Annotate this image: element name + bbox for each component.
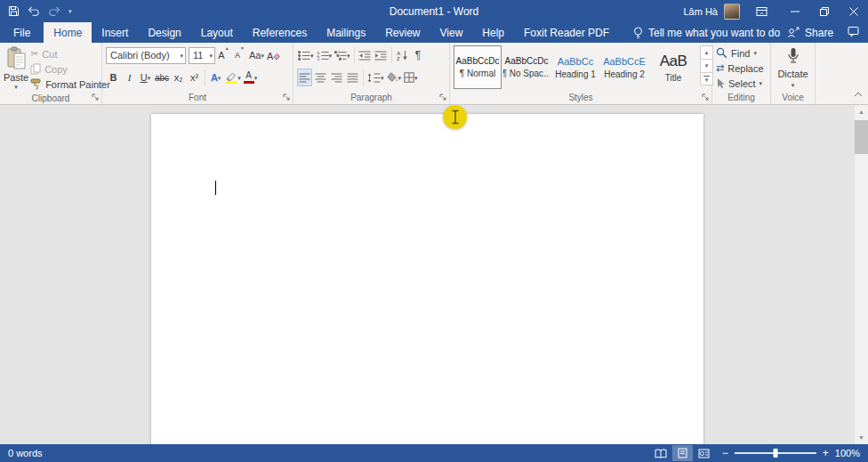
undo-icon xyxy=(28,6,40,17)
minimize-button[interactable] xyxy=(780,0,809,22)
tab-home[interactable]: Home xyxy=(44,22,92,43)
styles-scroll-down-button[interactable]: ▼ xyxy=(700,59,713,72)
shrink-font-button[interactable]: A▼ xyxy=(232,46,247,64)
share-button[interactable]: Share xyxy=(787,27,833,39)
align-right-button[interactable] xyxy=(329,69,344,86)
tab-foxit-reader-pdf[interactable]: Foxit Reader PDF xyxy=(514,22,619,43)
restore-button[interactable] xyxy=(809,0,839,22)
word-count[interactable]: 0 words xyxy=(0,448,43,458)
comments-icon xyxy=(848,26,859,37)
dropdown-arrow: ▾ xyxy=(310,53,314,59)
title-bar: ▾ Document1 - Word Lâm Hà xyxy=(0,0,868,22)
zoom-slider-thumb[interactable] xyxy=(773,449,777,458)
tab-file[interactable]: File xyxy=(0,22,44,43)
ribbon-display-options-button[interactable] xyxy=(748,0,775,22)
styles-more-button[interactable]: ▼ xyxy=(700,72,713,85)
undo-button[interactable] xyxy=(28,3,40,20)
shading-button[interactable]: ▾ xyxy=(386,69,403,86)
scrollbar-thumb[interactable] xyxy=(855,120,868,154)
style-card-heading-2[interactable]: AaBbCcE Heading 2 xyxy=(600,45,648,89)
increase-indent-button[interactable] xyxy=(374,46,389,64)
replace-button[interactable]: ⇄ Replace xyxy=(716,61,764,76)
account-button[interactable]: Lâm Hà xyxy=(683,4,740,20)
select-button[interactable]: Select ▾ xyxy=(716,76,764,91)
tab-insert[interactable]: Insert xyxy=(92,22,138,43)
tell-me-box[interactable]: Tell me what you want to do xyxy=(626,22,787,43)
tab-help[interactable]: Help xyxy=(472,22,514,43)
tab-references[interactable]: References xyxy=(243,22,317,43)
style-card-normal[interactable]: AaBbCcDc ¶ Normal xyxy=(454,45,502,89)
document-canvas[interactable] xyxy=(0,105,854,444)
justify-button[interactable] xyxy=(345,69,360,86)
voice-group: Dictate ▾ Voice xyxy=(771,43,816,104)
superscript-button[interactable]: x² xyxy=(187,69,202,86)
cut-button[interactable]: ✂ Cut xyxy=(28,46,112,61)
tab-design[interactable]: Design xyxy=(138,22,190,43)
web-layout-button[interactable] xyxy=(694,445,714,461)
outdent-icon xyxy=(358,51,371,61)
text-effects-button[interactable]: A▾ xyxy=(208,69,223,86)
underline-button[interactable]: U▾ xyxy=(138,69,153,86)
tab-view[interactable]: View xyxy=(430,22,473,43)
styles-scroll-up-button[interactable]: ▲ xyxy=(700,45,713,59)
scroll-down-button[interactable]: ▼ xyxy=(855,431,868,444)
print-layout-button[interactable] xyxy=(672,445,693,461)
dropdown-arrow: ▾ xyxy=(760,80,763,86)
subscript-button[interactable]: x₂ xyxy=(171,69,186,86)
font-size-combo[interactable]: 11 ▾ xyxy=(189,47,215,64)
change-case-button[interactable]: Aa▾ xyxy=(248,46,265,64)
customize-qat-button[interactable]: ▾ xyxy=(68,3,72,20)
tab-mailings[interactable]: Mailings xyxy=(317,22,375,43)
clipboard-dialog-launcher[interactable] xyxy=(92,93,100,101)
tab-review[interactable]: Review xyxy=(375,22,430,43)
dictate-button[interactable]: Dictate ▾ xyxy=(775,45,811,90)
close-button[interactable] xyxy=(839,0,868,22)
collapse-ribbon-button[interactable] xyxy=(854,85,863,101)
sort-button[interactable]: AZ xyxy=(395,46,410,64)
line-spacing-button[interactable]: ▾ xyxy=(366,69,385,86)
numbering-button[interactable]: 1.2.3. ▾ xyxy=(316,46,334,64)
italic-button[interactable]: I xyxy=(122,69,137,86)
clipboard-group-label: Clipboard xyxy=(32,93,70,103)
text-highlight-button[interactable]: ▾ xyxy=(224,69,242,86)
zoom-out-button[interactable]: − xyxy=(722,448,728,458)
vertical-scrollbar[interactable]: ▲ ▼ xyxy=(854,105,868,444)
decrease-indent-button[interactable] xyxy=(358,46,373,64)
font-dialog-launcher[interactable] xyxy=(283,93,291,101)
format-painter-button[interactable]: Format Painter xyxy=(28,77,112,92)
font-color-button[interactable]: A ▾ xyxy=(243,69,259,86)
dropdown-arrow: ▾ xyxy=(753,50,757,56)
align-center-button[interactable] xyxy=(313,69,328,86)
clear-formatting-button[interactable]: A xyxy=(266,46,281,64)
grow-font-button[interactable]: A▲ xyxy=(216,46,231,64)
document-page[interactable] xyxy=(151,114,703,444)
style-card-heading-1[interactable]: AaBbCc Heading 1 xyxy=(551,45,599,89)
tab-layout[interactable]: Layout xyxy=(191,22,243,43)
zoom-level[interactable]: 100% xyxy=(835,448,860,458)
up-arrow-icon: ▲ xyxy=(858,109,864,115)
bold-button[interactable]: B xyxy=(106,69,121,86)
align-left-button[interactable] xyxy=(297,69,312,86)
save-button[interactable] xyxy=(8,3,20,20)
bullets-button[interactable]: ▾ xyxy=(297,46,315,64)
find-button[interactable]: Find ▾ xyxy=(716,45,764,61)
multilevel-list-button[interactable]: ▾ xyxy=(334,46,351,64)
read-mode-button[interactable] xyxy=(651,445,671,461)
copy-button[interactable]: Copy xyxy=(28,61,112,77)
redo-button[interactable] xyxy=(48,3,60,20)
paragraph-dialog-launcher[interactable] xyxy=(439,93,447,101)
zoom-slider[interactable] xyxy=(735,452,816,454)
show-hide-marks-button[interactable]: ¶ xyxy=(411,46,426,64)
shading-icon xyxy=(387,72,398,83)
scroll-up-button[interactable]: ▲ xyxy=(855,105,868,118)
style-card-no-spacing[interactable]: AaBbCcDc ¶ No Spac... xyxy=(502,45,551,89)
paste-button[interactable]: Paste ▾ xyxy=(4,45,28,92)
strikethrough-button[interactable]: abc xyxy=(154,69,170,86)
zoom-in-button[interactable]: + xyxy=(823,448,829,458)
borders-button[interactable]: ▾ xyxy=(403,69,419,86)
font-family-combo[interactable]: Calibri (Body) ▾ xyxy=(106,47,186,64)
style-card-title[interactable]: AaB Title xyxy=(649,45,697,89)
voice-group-label: Voice xyxy=(782,93,803,102)
styles-dialog-launcher[interactable] xyxy=(702,93,710,101)
comments-button[interactable] xyxy=(848,26,859,40)
